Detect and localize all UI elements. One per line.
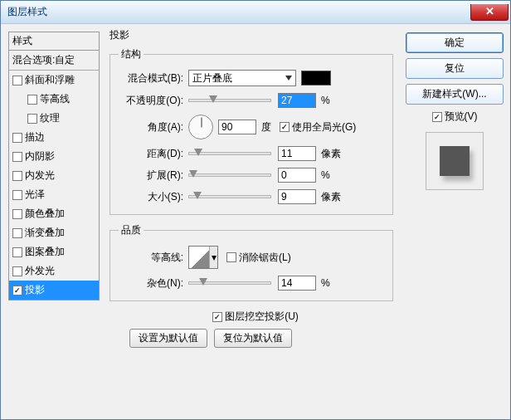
styles-header[interactable]: 样式 — [8, 32, 100, 50]
layer-style-dialog: 图层样式 ✕ 样式 混合选项:自定 斜面和浮雕等高线纹理描边内阴影内发光光泽颜色… — [0, 0, 511, 420]
opacity-unit: % — [321, 95, 330, 106]
size-slider[interactable] — [188, 195, 271, 198]
preview-thumbnail — [426, 132, 484, 190]
size-unit: 像素 — [321, 190, 341, 204]
angle-label: 角度(A): — [119, 120, 188, 134]
angle-input[interactable]: 90 — [218, 120, 256, 134]
checkbox-icon[interactable] — [12, 247, 22, 257]
right-button-panel: 确定 复位 新建样式(W)... 预览(V) — [406, 32, 504, 190]
window-title: 图层样式 — [7, 5, 47, 19]
opacity-slider[interactable] — [188, 99, 271, 102]
style-row[interactable]: 等高线 — [9, 90, 99, 109]
style-row[interactable]: 投影 — [9, 281, 99, 300]
checkbox-icon — [212, 312, 222, 322]
chevron-down-icon: ▾ — [209, 247, 217, 268]
shadow-color-swatch[interactable] — [301, 71, 331, 85]
preview-inner — [440, 146, 470, 176]
style-row-label: 斜面和浮雕 — [25, 73, 75, 87]
style-row-label: 内发光 — [25, 168, 55, 183]
style-row-label: 图案叠加 — [25, 245, 65, 259]
effect-title: 投影 — [106, 27, 397, 44]
style-row-label: 颜色叠加 — [25, 207, 65, 221]
size-label: 大小(S): — [119, 190, 188, 204]
preview-checkbox[interactable]: 预览(V) — [406, 110, 504, 124]
style-row[interactable]: 光泽 — [9, 185, 99, 204]
checkbox-icon[interactable] — [12, 209, 22, 219]
style-row-label: 描边 — [25, 130, 45, 144]
blendmode-combo[interactable]: 正片叠底 — [188, 70, 296, 86]
style-row-label: 外发光 — [25, 264, 55, 278]
dialog-body: 样式 混合选项:自定 斜面和浮雕等高线纹理描边内阴影内发光光泽颜色叠加渐变叠加图… — [1, 24, 510, 419]
size-input[interactable]: 9 — [278, 189, 316, 204]
blendmode-label: 混合模式(B): — [119, 71, 188, 85]
global-light-checkbox[interactable]: 使用全局光(G) — [280, 120, 356, 134]
checkbox-icon[interactable] — [12, 266, 22, 276]
antialias-label: 消除锯齿(L) — [239, 251, 291, 265]
noise-slider[interactable] — [188, 281, 271, 285]
structure-group: 结构 混合模式(B): 正片叠底 不透明度(O): 27 % — [110, 47, 393, 215]
distance-label: 距离(D): — [119, 147, 188, 161]
checkbox-icon — [280, 122, 290, 132]
spread-label: 扩展(R): — [119, 168, 188, 183]
style-row[interactable]: 渐变叠加 — [9, 223, 99, 242]
noise-input[interactable]: 14 — [278, 276, 316, 291]
reset-default-button[interactable]: 复位为默认值 — [214, 329, 292, 348]
distance-unit: 像素 — [321, 147, 341, 161]
style-row[interactable]: 外发光 — [9, 261, 99, 281]
quality-legend: 品质 — [119, 223, 144, 237]
distance-slider[interactable] — [188, 152, 271, 155]
style-row-label: 等高线 — [40, 92, 70, 106]
cancel-button[interactable]: 复位 — [406, 58, 504, 79]
contour-label: 等高线: — [119, 251, 188, 265]
checkbox-icon[interactable] — [27, 114, 37, 124]
checkbox-icon[interactable] — [12, 190, 22, 200]
checkbox-icon — [432, 112, 442, 122]
style-row-label: 投影 — [25, 283, 45, 297]
set-default-button[interactable]: 设置为默认值 — [129, 329, 207, 348]
noise-label: 杂色(N): — [119, 276, 188, 291]
spread-slider[interactable] — [188, 173, 271, 177]
effect-settings-panel: 投影 结构 混合模式(B): 正片叠底 不透明度(O): — [106, 27, 397, 348]
checkbox-icon[interactable] — [12, 228, 22, 238]
style-row[interactable]: 颜色叠加 — [9, 204, 99, 223]
style-row-label: 纹理 — [40, 111, 60, 125]
checkbox-icon[interactable] — [12, 133, 22, 143]
quality-group: 品质 等高线: ▾ 消除锯齿(L) 杂色(N): 14 % — [110, 223, 393, 301]
styles-panel: 样式 混合选项:自定 斜面和浮雕等高线纹理描边内阴影内发光光泽颜色叠加渐变叠加图… — [8, 32, 100, 300]
checkbox-icon[interactable] — [27, 95, 37, 105]
noise-unit: % — [321, 277, 330, 289]
style-row[interactable]: 内发光 — [9, 166, 99, 185]
style-row[interactable]: 斜面和浮雕 — [9, 71, 99, 90]
antialias-checkbox[interactable]: 消除锯齿(L) — [226, 251, 291, 265]
blendmode-value: 正片叠底 — [192, 71, 232, 85]
knockout-checkbox[interactable]: 图层挖空投影(U) — [212, 310, 299, 324]
checkbox-icon[interactable] — [12, 76, 22, 85]
style-row[interactable]: 内阴影 — [9, 147, 99, 166]
styles-list: 混合选项:自定 斜面和浮雕等高线纹理描边内阴影内发光光泽颜色叠加渐变叠加图案叠加… — [8, 50, 100, 300]
checkbox-icon — [226, 252, 236, 262]
contour-picker[interactable]: ▾ — [188, 246, 218, 269]
distance-input[interactable]: 11 — [278, 146, 316, 161]
style-row[interactable]: 图案叠加 — [9, 242, 99, 261]
checkbox-icon[interactable] — [12, 152, 22, 162]
style-row-label: 内阴影 — [25, 149, 55, 164]
angle-unit: 度 — [261, 120, 271, 134]
spread-unit: % — [321, 169, 330, 181]
global-light-label: 使用全局光(G) — [292, 120, 356, 134]
angle-dial[interactable] — [188, 115, 213, 139]
style-row[interactable]: 描边 — [9, 128, 99, 147]
titlebar[interactable]: 图层样式 ✕ — [1, 1, 510, 24]
ok-button[interactable]: 确定 — [406, 32, 504, 53]
new-style-button[interactable]: 新建样式(W)... — [406, 84, 504, 105]
checkbox-icon[interactable] — [12, 286, 22, 295]
checkbox-icon[interactable] — [12, 171, 22, 181]
style-row-label: 光泽 — [25, 188, 45, 202]
chevron-down-icon — [285, 76, 292, 81]
preview-label-text: 预览(V) — [445, 110, 478, 124]
style-row[interactable]: 纹理 — [9, 109, 99, 128]
blending-options-row[interactable]: 混合选项:自定 — [9, 51, 99, 71]
style-row-label: 渐变叠加 — [25, 226, 65, 240]
opacity-input[interactable]: 27 — [278, 93, 316, 108]
spread-input[interactable]: 0 — [278, 168, 316, 183]
close-button[interactable]: ✕ — [470, 4, 509, 21]
